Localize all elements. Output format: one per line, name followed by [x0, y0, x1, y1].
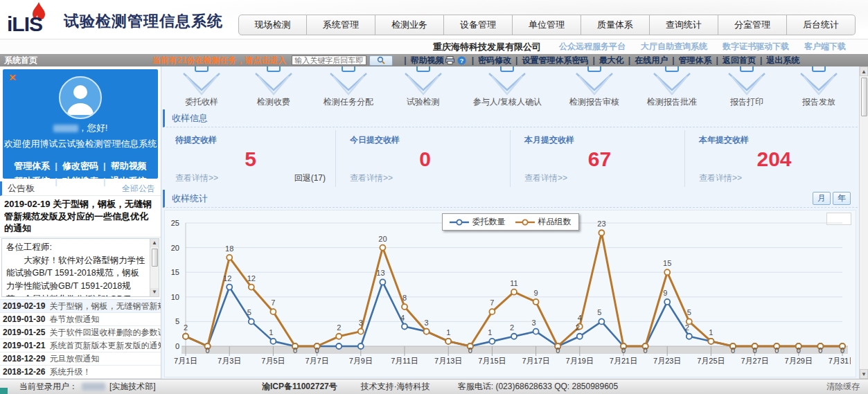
svg-text:7月15日: 7月15日 [478, 357, 506, 365]
toolbar-right: | 帮助视频 ? |密码修改|设置管理体系密码|最大化|在线用户|管理体系|返回… [400, 55, 799, 66]
masked-username [82, 383, 105, 391]
help-icon[interactable]: ? [457, 56, 466, 65]
toolbar-link-1[interactable]: 密码修改 [478, 55, 511, 65]
workflow-step[interactable]: 报告发放 [797, 66, 841, 108]
workflow-step[interactable]: 检测报告批准 [647, 66, 697, 108]
sidebar-link[interactable]: 帮助系统 [14, 176, 50, 186]
nav-tab-9[interactable]: 后台统计 [787, 15, 856, 35]
sidebar-link[interactable]: 退出系统 [111, 176, 147, 186]
workflow-step[interactable]: 参与人/复核人确认 [473, 66, 542, 108]
notice-date: 2019-01-25 [0, 326, 49, 339]
separator: | [716, 55, 718, 65]
legend-item[interactable]: 样品组数 [515, 216, 572, 228]
help-video-link[interactable]: 帮助视频 [411, 55, 444, 66]
nav-tab-7[interactable]: 查询统计 [650, 15, 718, 35]
toolbar-link-2[interactable]: 设置管理体系密码 [522, 55, 588, 65]
sidebar-link[interactable]: 功能搜索 [62, 176, 98, 186]
notice-list-item[interactable]: 2019-02-19关于型钢，钢板，无缝钢管新规范发版及对应的一些信息优化的通知 [0, 300, 161, 313]
toolbar-link-5[interactable]: 管理体系 [679, 55, 712, 65]
printer-icon[interactable] [445, 56, 454, 64]
view-details-link[interactable]: 查看详情>> [524, 172, 567, 184]
quick-link-1[interactable]: 公众远程服务平台 [559, 42, 626, 51]
nav-tab-5[interactable]: 单位管理 [513, 15, 581, 35]
view-details-link[interactable]: 查看详情>> [699, 172, 742, 184]
main-scrollbar[interactable]: ▲ ▼ [859, 66, 868, 379]
workflow-step-icon [797, 66, 841, 96]
notice-list-item[interactable]: 2019-01-30春节放假通知 [0, 313, 161, 326]
notice-list-item[interactable]: 2019-01-25关于软件回退收样删除的参数试验数据 [0, 326, 161, 339]
svg-text:5: 5 [175, 317, 179, 325]
toggle-year-button[interactable]: 年 [833, 192, 851, 205]
close-icon[interactable]: ✕ [8, 72, 17, 83]
toolbar-link-3[interactable]: 最大化 [599, 55, 624, 65]
notice-date: 2019-01-30 [0, 313, 49, 325]
separator: | [103, 176, 106, 186]
svg-text:0: 0 [206, 346, 210, 355]
svg-text:2: 2 [510, 323, 514, 332]
view-details-link[interactable]: 查看详情>> [175, 172, 218, 184]
logo-area: iLIS 试验检测管理信息系统 [6, 1, 223, 37]
content: ✕ ，您好! 欢迎使用博试云试验检测管理信息系统 管理体系|修改密码|帮助视频 … [0, 66, 868, 379]
task-notice-link[interactable]: 当前有21份在检测任务，请点击进入 [152, 55, 286, 66]
workflow-step-label: 委托收样 [179, 96, 224, 108]
rollback-link[interactable]: 回退(17) [294, 172, 326, 184]
legend-item[interactable]: 委托数量 [450, 216, 506, 228]
svg-text:0: 0 [797, 346, 801, 355]
quick-link-3[interactable]: 数字证书驱动下载 [723, 42, 789, 51]
quick-link-4[interactable]: 客户端下载 [804, 42, 846, 51]
svg-text:12: 12 [223, 274, 231, 283]
nav-tab-3[interactable]: 检测业务 [375, 15, 444, 35]
stat-card-1: 待提交收样5查看详情>>回退(17) [161, 130, 336, 187]
workflow-step[interactable]: 检测收费 [251, 66, 296, 108]
toggle-month-button[interactable]: 月 [813, 192, 831, 205]
legend-label: 样品组数 [538, 216, 572, 228]
scroll-thumb[interactable] [152, 249, 158, 267]
notice-list-item[interactable]: 2018-12-29元旦放假通知 [0, 352, 161, 366]
nav-tab-4[interactable]: 设备管理 [444, 15, 513, 35]
notice-scrollbar[interactable]: ▲ ▼ [150, 239, 159, 296]
nav-tab-1[interactable]: 现场检测 [238, 15, 307, 35]
svg-text:1: 1 [269, 328, 273, 337]
nav-tab-2[interactable]: 系统管理 [307, 15, 375, 35]
notice-list-item[interactable]: 2019-01-21系统首页新版本更新发版的通知 [0, 339, 161, 352]
nav-tab-6[interactable]: 质量体系 [581, 15, 650, 35]
svg-text:9: 9 [663, 289, 667, 297]
svg-text:7月3日: 7月3日 [218, 357, 241, 365]
workflow-step[interactable]: 检测任务分配 [324, 66, 373, 108]
sidebar-link[interactable]: 修改密码 [62, 161, 98, 171]
scroll-down-icon[interactable]: ▼ [860, 369, 868, 379]
workflow-step[interactable]: 试验检测 [401, 66, 445, 108]
workflow-step-label: 报告发放 [797, 96, 841, 108]
svg-text:0: 0 [621, 346, 626, 355]
workflow-step-label: 报告打印 [725, 96, 769, 108]
workflow-step[interactable]: 检测报告审核 [569, 66, 619, 108]
period-toggle: 月年 [811, 192, 851, 205]
svg-text:5: 5 [247, 308, 251, 316]
svg-text:2: 2 [576, 323, 580, 332]
scroll-up-icon[interactable]: ▲ [860, 66, 868, 76]
sidebar-link[interactable]: 帮助视频 [111, 161, 147, 171]
toolbar-link-4[interactable]: 在线用户 [635, 55, 668, 65]
scroll-down-icon[interactable]: ▼ [150, 288, 159, 296]
search-input[interactable] [292, 55, 366, 65]
scroll-up-icon[interactable]: ▲ [150, 239, 159, 247]
view-details-link[interactable]: 查看详情>> [350, 172, 393, 184]
notice-list-item[interactable]: 2018-12-26系统升级！ [0, 366, 161, 379]
quick-link-2[interactable]: 大厅自助查询系统 [641, 42, 707, 51]
nav-tab-8[interactable]: 分室管理 [718, 15, 787, 35]
workflow-step[interactable]: 委托收样 [179, 66, 224, 108]
search-button[interactable] [369, 55, 393, 66]
scroll-thumb[interactable] [861, 78, 867, 116]
sidebar-link[interactable]: 管理体系 [14, 161, 50, 171]
svg-text:25: 25 [171, 219, 179, 227]
tab-system-home[interactable]: 系统首页 [0, 55, 42, 66]
legend-label: 委托数量 [472, 216, 506, 228]
toolbar-link-6[interactable]: 返回首页 [723, 55, 756, 65]
clear-cache-link[interactable]: 清除缓存 [826, 381, 860, 393]
notice-detail-title[interactable]: 2019-02-19 关于型钢，钢板，无缝钢管新规范发版及对应的一些信息优化的通… [0, 196, 161, 238]
toolbar-link-7[interactable]: 退出系统 [766, 55, 799, 65]
svg-text:4: 4 [400, 314, 405, 322]
icp-number: 渝ICP备11002727号 [262, 381, 337, 393]
workflow-step[interactable]: 报告打印 [725, 66, 769, 108]
svg-text:7月29日: 7月29日 [785, 357, 813, 365]
